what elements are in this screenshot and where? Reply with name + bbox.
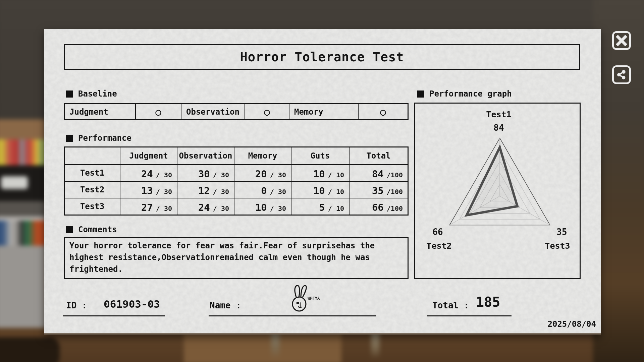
id-label: ID : xyxy=(66,300,87,310)
signature-scribble: WPFYA xyxy=(308,296,320,301)
performance-heading: Performance xyxy=(66,133,131,143)
score-denominator: / 10 xyxy=(328,204,344,213)
radar-axis-value: 66 xyxy=(424,227,451,237)
score-value: 5 xyxy=(319,202,325,213)
score-denominator: / 30 xyxy=(270,188,286,196)
graph-heading: Performance graph xyxy=(417,89,512,99)
score-value: 12 xyxy=(198,185,210,196)
score-cell: 5/ 10 xyxy=(291,198,349,215)
share-icon xyxy=(615,69,628,81)
wooden-table xyxy=(184,332,341,362)
radar-axis-label: Test3 xyxy=(537,241,578,251)
baseline-table: Judgment ○ Observation ○ Memory ○ xyxy=(64,103,409,120)
performance-table: Judgment Observation Memory Guts Total T… xyxy=(64,146,409,216)
cabinet-books xyxy=(0,221,46,247)
close-button[interactable] xyxy=(612,31,631,50)
shelf-object xyxy=(1,176,28,189)
baseline-pass-mark: ○ xyxy=(135,104,181,119)
radar-axis-value: 84 xyxy=(465,123,532,133)
score-cell: 30/ 30 xyxy=(177,164,234,181)
baseline-label: Observation xyxy=(181,104,245,119)
column-header: Judgment xyxy=(120,147,177,164)
score-value: 10 xyxy=(313,168,325,180)
column-header: Guts xyxy=(291,147,349,164)
result-card: Horror Tolerance Test Baseline Judgment … xyxy=(44,29,601,335)
graph-heading-label: Performance graph xyxy=(429,89,512,99)
score-denominator: / 10 xyxy=(328,188,344,196)
radar-axis-value: 35 xyxy=(548,227,575,237)
floor-shadow xyxy=(0,337,60,362)
baseline-pass-mark: ○ xyxy=(245,104,289,119)
score-value: 24 xyxy=(141,168,153,180)
section-marker xyxy=(66,135,73,142)
score-cell: 66/100 xyxy=(349,198,408,215)
baseline-heading-label: Baseline xyxy=(78,89,117,99)
baseline-pass-mark: ○ xyxy=(358,104,408,119)
score-cell: 10/ 30 xyxy=(234,198,291,215)
row-label: Test1 xyxy=(65,164,120,181)
column-header: Observation xyxy=(177,147,234,164)
baseline-label: Judgment xyxy=(65,104,135,119)
id-underline xyxy=(63,315,165,316)
score-cell: 10/ 10 xyxy=(291,164,349,181)
score-value: 30 xyxy=(198,168,210,180)
row-label: Test2 xyxy=(65,181,120,198)
shelf-gap xyxy=(0,201,46,218)
score-cell: 20/ 30 xyxy=(234,164,291,181)
score-cell: 10/ 10 xyxy=(291,181,349,198)
cabinet xyxy=(0,246,46,329)
baseline-heading: Baseline xyxy=(66,89,117,99)
total-underline xyxy=(427,315,512,316)
score-cell: 12/ 30 xyxy=(177,181,234,198)
score-cell: 0/ 30 xyxy=(234,181,291,198)
result-date: 2025/08/04 xyxy=(548,319,596,329)
score-denominator: /100 xyxy=(387,204,403,213)
id-value: 061903-03 xyxy=(104,298,160,310)
section-marker xyxy=(66,90,73,98)
score-value: 10 xyxy=(255,202,267,213)
radar-axis-label: Test1 xyxy=(465,110,532,119)
row-label: Test3 xyxy=(65,198,120,215)
game-screen: Horror Tolerance Test Baseline Judgment … xyxy=(0,0,644,362)
score-denominator: /100 xyxy=(387,188,403,196)
page-title: Horror Tolerance Test xyxy=(64,44,580,70)
score-denominator: / 30 xyxy=(270,171,286,179)
score-denominator: / 30 xyxy=(156,204,172,213)
score-value: 27 xyxy=(141,202,153,213)
performance-heading-label: Performance xyxy=(78,133,131,143)
score-cell: 24/ 30 xyxy=(177,198,234,215)
section-marker xyxy=(417,90,424,98)
name-label: Name : xyxy=(210,300,241,310)
score-value: 24 xyxy=(198,202,210,213)
score-denominator: / 30 xyxy=(156,188,172,196)
score-denominator: / 30 xyxy=(156,171,172,179)
score-cell: 35/100 xyxy=(349,181,408,198)
section-marker xyxy=(66,226,73,233)
score-denominator: / 30 xyxy=(213,188,229,196)
score-value: 35 xyxy=(372,185,384,196)
score-cell: 24/ 30 xyxy=(120,164,177,181)
score-denominator: / 10 xyxy=(328,171,344,179)
close-icon xyxy=(615,35,628,47)
score-value: 84 xyxy=(372,168,384,180)
total-value: 185 xyxy=(476,294,500,310)
column-header: Memory xyxy=(234,147,291,164)
radar-axis-label: Test2 xyxy=(419,241,459,251)
comments-heading: Comments xyxy=(66,225,117,234)
column-header: Total xyxy=(349,147,408,164)
total-label: Total : xyxy=(432,300,469,310)
score-denominator: / 30 xyxy=(213,204,229,213)
bookshelf-board xyxy=(0,119,46,140)
score-cell: 84/100 xyxy=(349,164,408,181)
score-value: 13 xyxy=(141,185,153,196)
bunny-doodle-signature: WPFYA xyxy=(287,284,322,313)
score-value: 10 xyxy=(313,185,325,196)
score-denominator: / 30 xyxy=(270,204,286,213)
score-value: 66 xyxy=(372,202,384,213)
score-denominator: /100 xyxy=(387,171,403,179)
radar-chart: Test1 84 66 Test2 35 Test3 xyxy=(414,103,581,279)
column-header xyxy=(65,147,120,164)
share-button[interactable] xyxy=(612,65,631,84)
comments-heading-label: Comments xyxy=(78,225,117,234)
bookshelf-books xyxy=(0,139,46,166)
